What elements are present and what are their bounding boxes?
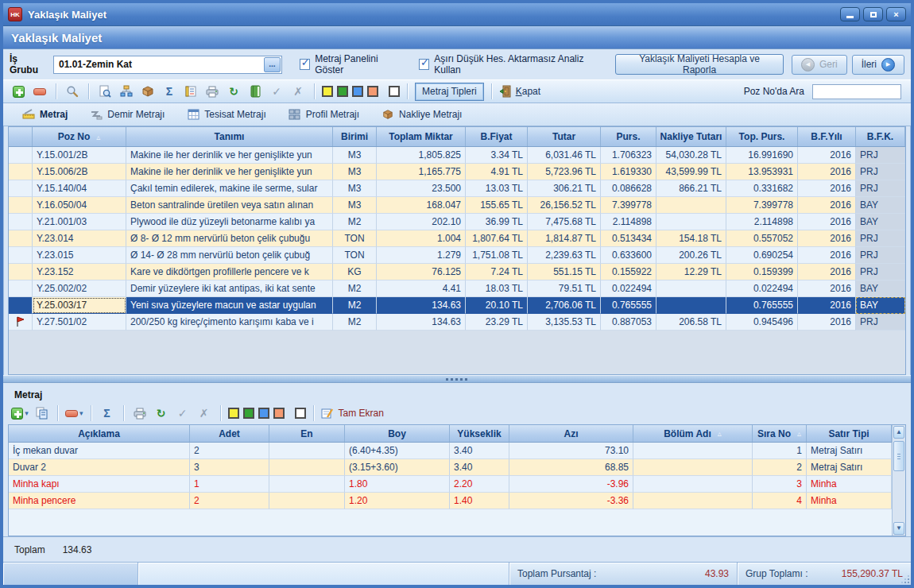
color-orange-button[interactable] (273, 408, 285, 419)
cell-birim[interactable]: M2 (333, 214, 377, 230)
print-metraj-button[interactable] (131, 404, 149, 422)
metraj-column-header-3[interactable]: En (269, 425, 345, 442)
cell-purs[interactable]: 1.706323 (601, 147, 656, 164)
cell-bfk[interactable]: BAY (856, 297, 905, 314)
asiri-dusuk-checkbox[interactable]: ✓ (419, 59, 429, 70)
column-header-3[interactable]: Birimi (333, 127, 377, 146)
metraj-column-header-8[interactable]: Sıra No▵ (753, 425, 807, 442)
cell-aciklama[interactable]: Duvar 2 (9, 459, 190, 476)
row-indicator-cell[interactable] (9, 214, 33, 230)
cell-purs[interactable]: 1.619330 (601, 164, 656, 180)
notes-button[interactable] (182, 83, 199, 100)
cell-poz[interactable]: Y.23.015 (33, 247, 126, 264)
metraj-tipleri-button[interactable]: Metraj Tipleri (415, 83, 484, 101)
table-row[interactable]: Y.23.015Ø 14- Ø 28 mm nervürlü beton çel… (9, 247, 905, 264)
metraj-column-header-4[interactable]: Boy (345, 425, 450, 442)
cell-azi[interactable]: -3.96 (509, 476, 633, 493)
cell-yil[interactable]: 2016 (798, 164, 856, 180)
hesapla-raporla-button[interactable]: Yaklaşık Maliyeti Hesapla ve Raporla (615, 54, 784, 75)
cell-bfiyat[interactable]: 155.65 TL (466, 197, 528, 214)
cell-tip[interactable]: Minha (807, 493, 892, 509)
cell-miktar[interactable]: 1.004 (377, 230, 466, 247)
cancel-metraj-button[interactable]: ✗ (196, 404, 213, 422)
cell-boy[interactable]: 1.80 (345, 476, 450, 493)
row-indicator-cell[interactable] (9, 297, 33, 314)
analysis-tree-button[interactable] (118, 83, 135, 100)
cell-tutar[interactable]: 79.51 TL (528, 280, 601, 297)
refresh-metraj-button[interactable]: ↻ (153, 404, 170, 422)
cell-aciklama[interactable]: İç mekan duvar (9, 443, 190, 459)
cell-top_purs[interactable]: 0.690254 (726, 247, 798, 264)
metraj-column-header-7[interactable]: Bölüm Adı▵ (633, 425, 753, 442)
metraj-row[interactable]: Minha pencere21.201.40-3.364Minha (9, 493, 892, 509)
cell-bfiyat[interactable]: 23.29 TL (466, 314, 528, 331)
row-indicator-cell[interactable] (9, 264, 33, 280)
cell-adet[interactable]: 3 (190, 459, 269, 476)
cell-yil[interactable]: 2016 (798, 280, 856, 297)
cell-birim[interactable]: M3 (333, 147, 377, 164)
kapat-button[interactable]: Kapat (499, 85, 540, 98)
apply-metraj-button[interactable]: ✓ (174, 404, 192, 422)
cell-bfiyat[interactable]: 13.03 TL (466, 180, 528, 197)
cell-birim[interactable]: M2 (333, 314, 377, 331)
cell-tanim[interactable]: Kare ve dikdörtgen profillerle pencere v… (126, 264, 333, 280)
cell-yil[interactable]: 2016 (798, 180, 856, 197)
color-orange-button[interactable] (367, 86, 378, 97)
cell-miktar[interactable]: 134.63 (377, 297, 466, 314)
cell-tip[interactable]: Metraj Satırı (807, 443, 892, 459)
cell-en[interactable] (269, 476, 345, 493)
cell-nakliye[interactable]: 206.58 TL (656, 314, 726, 331)
cell-bfiyat[interactable]: 1,751.08 TL (466, 247, 528, 264)
color-white-button[interactable] (295, 408, 306, 419)
cell-sira[interactable]: 1 (753, 443, 807, 459)
cell-yukseklik[interactable]: 3.40 (450, 459, 509, 476)
cell-top_purs[interactable]: 0.159399 (726, 264, 798, 280)
cell-poz[interactable]: Y.23.152 (33, 264, 126, 280)
geri-button[interactable]: ◀ Geri (792, 55, 847, 75)
cell-top_purs[interactable]: 13.953931 (726, 164, 798, 180)
cell-adet[interactable]: 1 (190, 476, 269, 493)
cell-bfk[interactable]: PRJ (856, 230, 905, 247)
cell-purs[interactable]: 0.887053 (601, 314, 656, 331)
metraj-column-header-1[interactable]: Açıklama (9, 425, 190, 442)
column-header-1[interactable]: Poz No▵ (33, 127, 126, 146)
color-blue-button[interactable] (352, 86, 363, 97)
cell-poz[interactable]: Y.27.501/02 (33, 314, 126, 331)
cell-en[interactable] (269, 443, 345, 459)
cell-yil[interactable]: 2016 (798, 247, 856, 264)
cell-top_purs[interactable]: 7.399778 (726, 197, 798, 214)
cell-bfk[interactable]: PRJ (856, 264, 905, 280)
cell-en[interactable] (269, 493, 345, 509)
cell-bolum[interactable] (633, 476, 753, 493)
table-row[interactable]: Y.15.140/04Çakıl temin edilerek, makine … (9, 180, 905, 197)
cell-bolum[interactable] (633, 459, 753, 476)
cell-boy[interactable]: (6.40+4.35) (345, 443, 450, 459)
cell-birim[interactable]: M3 (333, 197, 377, 214)
row-indicator-cell[interactable] (9, 147, 33, 164)
cell-poz[interactable]: Y.16.050/04 (33, 197, 126, 214)
row-indicator-cell[interactable] (9, 230, 33, 247)
cell-yil[interactable]: 2016 (798, 264, 856, 280)
metraj-row[interactable]: İç mekan duvar2(6.40+4.35)3.4073.101Metr… (9, 443, 892, 459)
vertical-scrollbar[interactable]: ▲ ▼ (892, 425, 905, 536)
cell-tanim[interactable]: Ø 14- Ø 28 mm nervürlü beton çelik çubuğ (126, 247, 333, 264)
cell-tanim[interactable]: Plywood ile düz yüzeyli betonarme kalıbı… (126, 214, 333, 230)
cell-bfk[interactable]: PRJ (856, 164, 905, 180)
cell-nakliye[interactable]: 200.26 TL (656, 247, 726, 264)
cell-top_purs[interactable]: 2.114898 (726, 214, 798, 230)
cell-poz[interactable]: Y.25.003/17 (33, 297, 126, 314)
cell-yil[interactable]: 2016 (798, 214, 856, 230)
cell-nakliye[interactable]: 866.21 TL (656, 180, 726, 197)
cell-miktar[interactable]: 1,165.775 (377, 164, 466, 180)
column-header-11[interactable]: B.F.K. (856, 127, 905, 146)
apply-button[interactable]: ✓ (268, 83, 285, 100)
cell-tutar[interactable]: 3,135.53 TL (528, 314, 601, 331)
tab-nakliye-metraji[interactable]: Nakliye Metrajı (370, 103, 473, 126)
cell-bolum[interactable] (633, 493, 753, 509)
cell-boy[interactable]: 1.20 (345, 493, 450, 509)
cell-birim[interactable]: M3 (333, 164, 377, 180)
cell-poz[interactable]: Y.15.140/04 (33, 180, 126, 197)
table-row[interactable]: Y.25.003/17Yeni sıva yüzeylere macun ve … (9, 297, 905, 314)
table-row[interactable]: Y.15.006/2BMakine ile her derinlik ve he… (9, 164, 905, 180)
cell-nakliye[interactable]: 43,599.99 TL (656, 164, 726, 180)
